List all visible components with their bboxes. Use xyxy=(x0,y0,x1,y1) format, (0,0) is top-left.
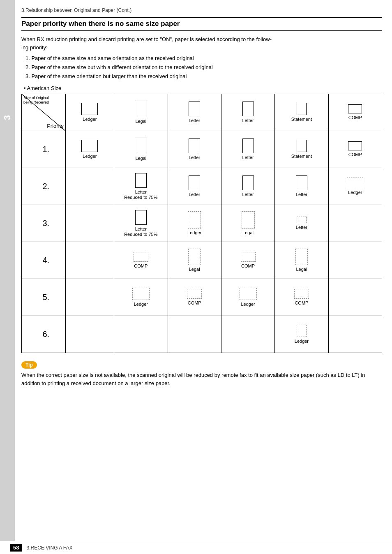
row4-legal1: Legal xyxy=(168,242,221,279)
row1-statement: Statement xyxy=(275,131,328,168)
row4-empty1 xyxy=(65,242,114,279)
intro-item-1: 1. Paper of the same size and same orien… xyxy=(25,54,382,63)
r1-legal-label: Legal xyxy=(135,156,146,161)
tip-badge: Tip xyxy=(21,361,37,369)
row5-empty2 xyxy=(328,279,382,316)
top-rule xyxy=(21,17,382,18)
header-statement-shape xyxy=(297,103,307,115)
r5-ledger1-shape xyxy=(132,288,150,300)
col-header-letter2: Letter xyxy=(221,94,274,131)
row2-empty xyxy=(65,168,114,205)
row3-empty1 xyxy=(65,205,114,242)
header-comp-shape xyxy=(348,104,362,113)
row1-letter2: Letter xyxy=(221,131,274,168)
intro-item-2: 2. Paper of the same size but with a dif… xyxy=(25,63,382,72)
r6-ledger-label: Ledger xyxy=(295,339,309,344)
r1-comp-label: COMP xyxy=(348,152,362,157)
row6-empty1 xyxy=(65,316,114,353)
intro-line1: When RX reduction printing and discard p… xyxy=(21,35,382,51)
r1-letter2-shape xyxy=(242,138,254,153)
r5-comp1-label: COMP xyxy=(188,300,201,306)
row3-letter2: Legal xyxy=(221,205,274,242)
row2-comp: Ledger xyxy=(328,168,382,205)
r1-ledger-label: Ledger xyxy=(83,154,97,159)
col-header-ledger: Ledger xyxy=(65,94,114,131)
r1-ledger-shape xyxy=(81,140,98,152)
r3-ledger-shape xyxy=(188,211,201,229)
header-ledger-shape xyxy=(81,103,98,115)
bullet-item: • American Size xyxy=(21,85,382,91)
row1-letter1: Letter xyxy=(168,131,221,168)
row6-ledger: Ledger xyxy=(275,316,328,353)
tip-text: When the correct paper size is not avail… xyxy=(21,371,382,387)
col-header-legal: Legal xyxy=(114,94,168,131)
r5-ledger2-label: Ledger xyxy=(241,302,255,307)
row5-ledger2: Ledger xyxy=(221,279,274,316)
row2-letter2: Letter xyxy=(221,168,274,205)
r4-comp1-shape xyxy=(134,252,148,262)
main-content: 3.Relationship between Original and Pape… xyxy=(15,0,392,554)
bottom-section-label: 3.RECEIVING A FAX xyxy=(26,545,72,551)
r2-letter2-shape xyxy=(242,175,254,190)
row3-legal: LetterReduced to 75% xyxy=(114,205,168,242)
r3-letter-reduced-shape xyxy=(135,210,147,225)
table-row: 1. Ledger Legal xyxy=(22,131,382,168)
r2-statement-shape xyxy=(296,175,307,190)
header-letter2-shape xyxy=(242,102,254,116)
r4-legal1-label: Legal xyxy=(189,267,200,272)
header-comp-label: COMP xyxy=(348,115,362,120)
priority-1: 1. xyxy=(22,131,66,168)
r3-legal-label: Legal xyxy=(242,230,254,235)
header-letter1-label: Letter xyxy=(189,118,200,123)
row6-empty5 xyxy=(328,316,382,353)
row1-ledger: Ledger xyxy=(65,131,114,168)
row4-empty2 xyxy=(328,242,382,279)
r1-statement-shape xyxy=(297,140,307,152)
table-row: 4. COMP Legal xyxy=(22,242,382,279)
row4-legal2: Legal xyxy=(275,242,328,279)
row2-letter1: Letter xyxy=(168,168,221,205)
table-row: 6. Ledger xyxy=(22,316,382,353)
r2-statement-label: Letter xyxy=(296,192,307,197)
r3-letter-reduced-label: LetterReduced to 75% xyxy=(124,226,157,237)
r4-comp1-label: COMP xyxy=(134,263,148,269)
r6-ledger-shape xyxy=(297,325,307,337)
priority-6: 6. xyxy=(22,316,66,353)
col-header-letter1: Letter xyxy=(168,94,221,131)
left-tab: 3 xyxy=(0,0,15,554)
r5-ledger2-shape xyxy=(240,288,257,300)
header-letter1-shape xyxy=(189,102,200,116)
header-statement-label: Statement xyxy=(291,117,312,122)
row3-statement: Letter xyxy=(275,205,328,242)
header-ledger-label: Ledger xyxy=(83,117,97,122)
row2-legal: LetterReduced to 75% xyxy=(114,168,168,205)
r3-legal-shape xyxy=(242,211,255,229)
priority-3: 3. xyxy=(22,205,66,242)
chapter-number: 3 xyxy=(2,115,13,120)
tip-box: Tip When the correct paper size is not a… xyxy=(21,361,382,387)
row3-letter1: Ledger xyxy=(168,205,221,242)
table-row: 2. LetterReduced to 75% Letter xyxy=(22,168,382,205)
intro-list: 1. Paper of the same size and same orien… xyxy=(21,54,382,81)
header-diagonal-cell: Size of Originalbeing Received Priority xyxy=(22,94,66,131)
r4-legal1-shape xyxy=(188,249,201,265)
row6-empty3 xyxy=(168,316,221,353)
row5-comp1: COMP xyxy=(168,279,221,316)
r3-letter-label: Letter xyxy=(296,225,307,230)
header-priority-label: Priority xyxy=(47,123,63,129)
r3-ledger-label: Ledger xyxy=(187,230,201,235)
table-row: 3. LetterReduced to 75% Ledger xyxy=(22,205,382,242)
r4-comp2-shape xyxy=(241,252,256,262)
r1-statement-label: Statement xyxy=(291,154,312,159)
r5-ledger1-label: Ledger xyxy=(134,302,148,307)
page-number: 58 xyxy=(10,544,22,552)
r1-comp-shape xyxy=(348,141,362,150)
r5-comp2-label: COMP xyxy=(295,300,308,306)
col-header-comp: COMP xyxy=(328,94,382,131)
row5-comp2: COMP xyxy=(275,279,328,316)
r4-legal2-shape xyxy=(295,249,308,265)
r1-letter1-label: Letter xyxy=(189,155,200,160)
row4-comp2: COMP xyxy=(221,242,274,279)
priority-4: 4. xyxy=(22,242,66,279)
r2-letter-reduced-label: LetterReduced to 75% xyxy=(124,189,157,200)
